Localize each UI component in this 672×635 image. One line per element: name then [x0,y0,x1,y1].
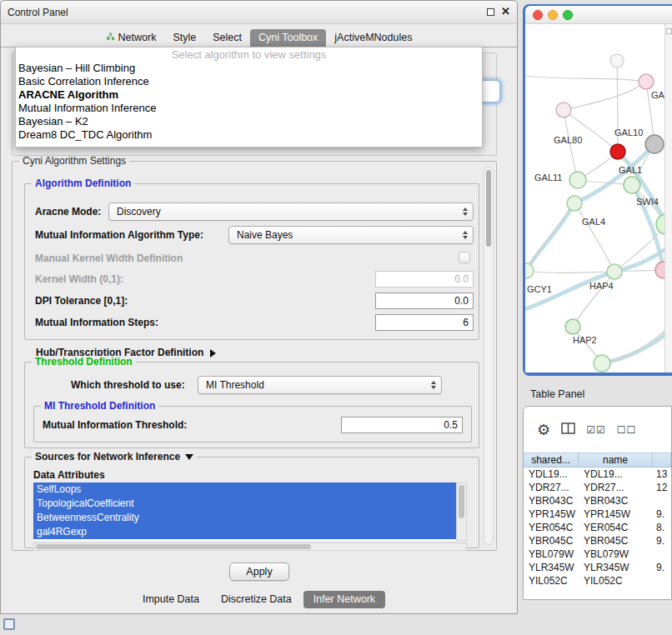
network-node[interactable] [569,172,586,188]
attribute-item-betweennesscentrality[interactable]: BetweennessCentrality [33,511,456,525]
which-threshold-combobox[interactable]: MI Threshold [198,376,442,394]
network-node-label: GAL1 [619,165,642,175]
network-node[interactable] [610,144,625,159]
bottom-tab-discretize-data[interactable]: Discretize Data [211,591,302,608]
aracne-mode-combobox[interactable]: Discovery [108,202,474,221]
network-edge [525,242,672,309]
attribute-item-topologicalcoefficient[interactable]: TopologicalCoefficient [33,497,456,511]
table-cell: YPR145W [579,508,653,521]
table-cell: YBL079W [524,548,579,561]
algorithm-option-bayesian-hill-climbing[interactable]: Bayesian – Hill Climbing [16,62,482,75]
network-node[interactable] [525,263,534,278]
network-node[interactable] [624,177,640,193]
split-columns-icon[interactable] [561,422,575,437]
algorithm-option-basic-correlation-inference[interactable]: Basic Correlation Inference [16,75,482,88]
tab-cyni-toolbox[interactable]: Cyni Toolbox [250,29,326,47]
table-row[interactable]: YBL079WYBL079W [524,548,671,561]
table-column-header-extra[interactable] [653,453,671,467]
table-cell: YER054C [524,521,579,534]
table-column-header-name[interactable]: name [579,453,653,467]
float-window-icon[interactable] [487,8,494,16]
minimize-traffic-light-icon[interactable] [548,10,558,20]
mi-threshold-field[interactable] [341,417,463,433]
close-traffic-light-icon[interactable] [533,10,543,20]
algorithm-option-aracne-algorithm[interactable]: ARACNE Algorithm [16,88,482,102]
mi-steps-field[interactable] [375,314,474,331]
dpi-tolerance-field[interactable] [375,292,474,309]
bottom-tabbar: Impute DataDiscretize DataInfer Network [1,589,517,609]
zoom-traffic-light-icon[interactable] [563,10,573,20]
network-view-window: GALGAL80GAL10GAL11GAL1SWI4GAL4GCY1HAP4HA… [523,4,672,376]
table-column-header-shared[interactable]: shared... [524,453,579,467]
bottom-tab-impute-data[interactable]: Impute Data [133,591,209,608]
network-canvas[interactable]: GALGAL80GAL10GAL11GAL1SWI4GAL4GCY1HAP4HA… [525,24,672,372]
network-scrollbar[interactable] [664,24,672,372]
table-row[interactable]: YPR145WYPR145W9. [524,508,671,521]
algorithm-option-dream8-dc-tdc-algorithm[interactable]: Dream8 DC_TDC Algorithm [16,128,482,142]
sources-group-title[interactable]: Sources for Network Inference [32,451,197,462]
mi-type-value: Naive Bayes [237,229,293,241]
network-edge [525,76,646,82]
network-tab-icon [106,32,115,43]
table-cell: YBR045C [579,534,653,548]
table-row[interactable]: YDL19...YDL19...13 [524,468,671,481]
mi-type-combobox[interactable]: Naive Bayes [228,226,474,244]
table-row[interactable]: YBR043CYBR043C [524,494,671,508]
window-title: Control Panel [8,7,68,18]
table-row[interactable]: YLR345WYLR345W9. [524,561,671,574]
network-node[interactable] [645,135,664,153]
data-attributes-list[interactable]: SelfLoopsTopologicalCoefficientBetweenne… [33,482,456,541]
table-row[interactable]: YDR27...YDR27...12 [524,481,671,494]
docked-panel-icon[interactable] [3,618,15,630]
select-all-columns-icon[interactable]: ☑☑ [586,424,606,436]
close-icon[interactable]: ✕ [501,6,510,18]
algorithm-definition-group: Algorithm Definition Aracne Mode: Discov… [24,183,479,340]
deselect-all-columns-icon[interactable]: ☐☐ [617,424,637,436]
table-row[interactable]: YIL052CYIL052C [524,574,671,585]
network-edge [526,271,614,272]
network-scrollbar-button[interactable] [666,28,672,34]
tab-network[interactable]: Network [98,29,165,47]
attribute-item-gal4rgexp[interactable]: gal4RGexp [33,525,456,539]
manual-kernel-checkbox[interactable] [459,252,470,263]
tab-select[interactable]: Select [204,29,250,47]
table-row[interactable]: YER054CYER054C8. [524,521,671,534]
table-cell: YPR145W [524,508,579,521]
which-threshold-label: Which threshold to use: [71,376,185,394]
table-cell: YIL052C [579,574,653,585]
settings-scrollbar[interactable] [484,167,494,545]
attributes-horizontal-scrollbar[interactable] [33,542,467,551]
attribute-item-selfloops[interactable]: SelfLoops [33,482,456,497]
gear-icon[interactable]: ⚙ [537,421,550,439]
table-cell: 12 [653,481,671,494]
network-edge [574,203,614,272]
attributes-vertical-scrollbar[interactable] [456,482,467,541]
bottom-tab-infer-network[interactable]: Infer Network [303,591,385,608]
tab-jactivemnodules[interactable]: jActiveMNodules [326,29,420,47]
apply-button[interactable]: Apply [229,562,289,581]
kernel-width-field[interactable] [375,271,474,288]
network-node[interactable] [594,355,610,372]
algorithm-option-bayesian-k2[interactable]: Bayesian – K2 [16,115,482,128]
settings-scrollbar-thumb[interactable] [486,170,491,247]
network-node[interactable] [556,102,571,118]
table-row[interactable]: YBR045CYBR045C9. [524,534,671,548]
table-cell: YBR043C [579,494,653,508]
network-edge [602,324,671,363]
network-window-titlebar[interactable] [525,6,672,24]
network-node[interactable] [607,264,622,279]
tab-style[interactable]: Style [164,29,204,47]
expander-right-arrow-icon [210,349,216,358]
control-panel-window: Control Panel ✕ NetworkStyleSelectCyni T… [0,0,518,614]
table-cell: YIL052C [524,574,579,585]
network-node[interactable] [567,196,582,211]
network-node[interactable] [610,54,624,68]
table-cell: YDL19... [524,468,579,481]
table-cell: YBL079W [579,548,653,561]
network-node[interactable] [565,319,580,334]
algorithm-option-mutual-information-inference[interactable]: Mutual Information Inference [16,102,482,115]
table-cell: 9. [653,508,671,521]
table-cell: YER054C [579,521,653,534]
table-cell: YBR043C [524,494,579,508]
network-node[interactable] [639,74,654,89]
